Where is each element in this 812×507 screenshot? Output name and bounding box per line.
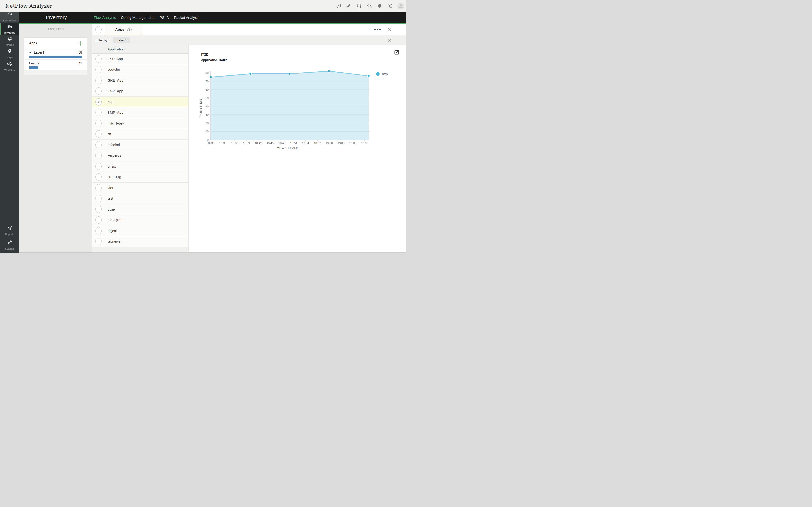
svg-text:19:06: 19:06 (349, 142, 356, 145)
app-row-tacnews[interactable]: tacnews (92, 236, 189, 247)
sidebar-item-settings[interactable]: Settings (0, 239, 19, 250)
app-row-mit-ml-dev[interactable]: mit-ml-dev (92, 118, 189, 129)
app-row-ctf[interactable]: ctf (92, 129, 189, 140)
sidebar-item-alarms[interactable]: Alarms (0, 36, 19, 46)
svg-text:18:57: 18:57 (314, 142, 321, 145)
tab-flow-analysis[interactable]: Flow Analysis (94, 14, 116, 20)
layer-count-bar (29, 56, 82, 58)
radio-unchecked[interactable] (95, 216, 102, 224)
app-row-xfer[interactable]: xfer (92, 182, 189, 193)
app-row-test[interactable]: test (92, 193, 189, 204)
app-row-kerberos[interactable]: kerberos (92, 151, 189, 161)
app-row-egp-app[interactable]: EGP_App (92, 86, 189, 97)
svg-text:0: 0 (207, 138, 209, 141)
select-all-radio[interactable] (95, 26, 102, 33)
add-icon[interactable] (78, 40, 84, 46)
svg-text:Time ( HH:MM ): Time ( HH:MM ) (277, 147, 298, 150)
layer-row-layer7[interactable]: Layer711 (24, 60, 87, 70)
radio-unchecked[interactable] (95, 88, 102, 95)
application-name: http (108, 100, 113, 104)
svg-text:50: 50 (205, 97, 209, 100)
svg-text:20: 20 (205, 122, 209, 125)
time-range-selector[interactable]: Last Hour (19, 27, 92, 31)
app-row-http[interactable]: ✔http (92, 97, 189, 107)
app-row-dnsix[interactable]: dnsix (92, 161, 189, 172)
application-column-header: Application (92, 45, 189, 54)
app-row-gre-app[interactable]: GRE_App (92, 75, 189, 86)
app-row-metagram[interactable]: metagram (92, 215, 189, 226)
application-name: objcall (108, 229, 117, 233)
sidebar: DashboardInventoryAlarmsMapsWorkflowRepo… (0, 12, 19, 253)
reports-icon (7, 225, 12, 232)
application-name: tacnews (108, 239, 120, 243)
application-name: dnsix (108, 164, 116, 168)
filter-chip-layer4[interactable]: Layer4 (113, 37, 130, 44)
chart-legend[interactable]: http (376, 72, 388, 76)
radio-unchecked[interactable] (95, 55, 102, 62)
apps-card-title: Apps (29, 41, 37, 45)
clear-filter-icon[interactable] (388, 38, 392, 42)
open-in-new-window-icon[interactable] (394, 49, 400, 56)
headset-icon[interactable] (356, 3, 362, 9)
radio-unchecked[interactable] (95, 206, 102, 213)
topbar-icons (335, 3, 404, 9)
close-view-icon[interactable] (387, 27, 392, 32)
gear-icon[interactable] (387, 3, 393, 9)
svg-text:18:36: 18:36 (231, 142, 238, 145)
sidebar-item-dashboard[interactable]: Dashboard (0, 12, 19, 22)
radio-unchecked[interactable] (95, 184, 102, 191)
tab-ipsla[interactable]: IPSLA (158, 14, 169, 20)
svg-text:18:51: 18:51 (290, 142, 297, 145)
radio-unchecked[interactable] (95, 163, 102, 170)
application-name: dixie (108, 207, 115, 211)
radio-unchecked[interactable] (95, 195, 102, 202)
bell-icon[interactable] (376, 3, 383, 9)
svg-text:19:09: 19:09 (361, 142, 368, 145)
workflow-icon (7, 61, 12, 68)
search-icon[interactable] (366, 3, 372, 9)
radio-unchecked[interactable] (95, 120, 102, 127)
app-row-su-mit-tg[interactable]: su-mit-tg (92, 172, 189, 183)
apps-summary-card: Apps ✔Layer468Layer711 (24, 38, 87, 75)
radio-unchecked[interactable] (95, 152, 102, 159)
sidebar-item-reports[interactable]: Reports (0, 225, 19, 236)
sidebar-item-label: Workflow (4, 68, 15, 71)
app-row-objcall[interactable]: objcall (92, 225, 189, 236)
svg-text:40: 40 (205, 105, 209, 108)
app-row-esp-app[interactable]: ESP_App (92, 54, 189, 64)
more-options-button[interactable] (374, 29, 381, 31)
avatar[interactable] (397, 3, 404, 9)
tab-config-management[interactable]: Config Management (121, 14, 153, 20)
svg-text:18:48: 18:48 (278, 142, 286, 145)
horizontal-scrollbar[interactable] (19, 251, 406, 253)
app-row-dixie[interactable]: dixie (92, 204, 189, 215)
radio-unchecked[interactable] (95, 141, 102, 149)
app-row-youtube[interactable]: youtube (92, 64, 189, 75)
svg-text:Traffic ( in MB ): Traffic ( in MB ) (199, 98, 203, 118)
application-name: kerberos (108, 154, 121, 157)
svg-text:18:54: 18:54 (302, 142, 309, 145)
radio-unchecked[interactable] (95, 66, 102, 73)
radio-unchecked[interactable] (95, 173, 102, 181)
sidebar-item-maps[interactable]: Maps (0, 49, 19, 58)
rocket-icon[interactable] (345, 3, 352, 9)
radio-unchecked[interactable] (95, 130, 102, 137)
radio-checked[interactable]: ✔ (95, 98, 102, 106)
presentation-play-icon[interactable] (335, 3, 341, 9)
radio-unchecked[interactable] (95, 227, 102, 234)
app-row-mfcobol[interactable]: mfcobol (92, 139, 189, 151)
radio-unchecked[interactable] (95, 109, 102, 116)
application-name: GRE_App (108, 78, 123, 82)
radio-unchecked[interactable] (95, 77, 102, 84)
radio-unchecked[interactable] (95, 238, 102, 245)
sidebar-item-workflow[interactable]: Workflow (0, 61, 19, 71)
layer-row-layer4[interactable]: ✔Layer468 (24, 49, 87, 60)
app-row-smp-app[interactable]: SMP_App (92, 107, 189, 118)
filter-bar: Filter by : Layer4 (92, 35, 406, 45)
svg-text:18:45: 18:45 (266, 142, 273, 145)
tab-packet-analysis[interactable]: Packet Analysis (174, 14, 199, 20)
sidebar-item-inventory[interactable]: Inventory (0, 23, 19, 35)
tab-apps[interactable]: Apps (79) (105, 24, 142, 35)
svg-text:18:33: 18:33 (219, 142, 226, 145)
chart-subtitle: Application Traffic (201, 58, 227, 62)
